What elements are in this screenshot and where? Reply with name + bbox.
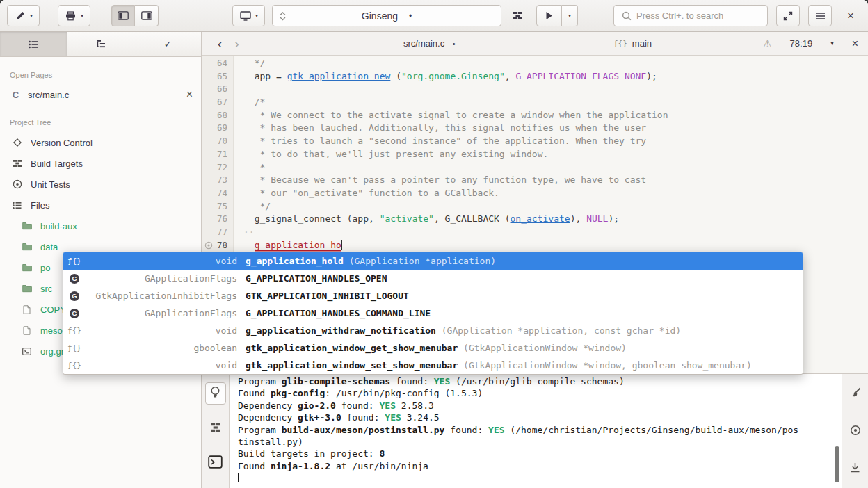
messages-panel-button[interactable] xyxy=(205,382,226,405)
build-output-panel-button[interactable] xyxy=(205,417,226,439)
export-button[interactable]: ▾ xyxy=(58,5,90,26)
chevron-down-icon[interactable]: ▾ xyxy=(830,40,834,47)
line-number[interactable]: 74 xyxy=(202,187,234,200)
line-text: app = gtk_application_new ("org.gnome.Gi… xyxy=(234,70,657,83)
lightbulb-icon xyxy=(210,386,220,401)
pages-list-icon xyxy=(27,40,39,49)
nav-back-button[interactable]: ‹ xyxy=(211,37,228,50)
completion-return-type: void xyxy=(86,360,237,371)
sidebar-item-unit-tests[interactable]: Unit Tests xyxy=(0,174,201,195)
omnibar[interactable]: Ginseng • xyxy=(272,5,501,26)
line-number[interactable]: 78 xyxy=(202,239,234,252)
file-name: src/main.c xyxy=(403,38,444,49)
download-utility-button[interactable] xyxy=(845,457,866,480)
text-cursor xyxy=(341,240,343,250)
line-number[interactable]: 68 xyxy=(202,109,234,122)
sidebar-item-version-control[interactable]: Version Control xyxy=(0,132,201,153)
c-language-icon: C xyxy=(10,90,22,100)
code-line: 74 * our "on_activate" function to a GCa… xyxy=(202,187,868,200)
code-line: 66 xyxy=(202,83,868,96)
line-number[interactable]: 64 xyxy=(202,57,234,70)
tree-item-label: Files xyxy=(31,200,49,211)
window-close-button[interactable]: × xyxy=(840,5,861,26)
editor-perspective-button[interactable]: ▾ xyxy=(7,5,40,26)
tab-project-tree[interactable] xyxy=(67,32,135,56)
folder-icon xyxy=(21,284,33,293)
completion-row[interactable]: GGtkApplicationInhibitFlagsGTK_APPLICATI… xyxy=(63,287,803,304)
toggle-right-panel-button[interactable] xyxy=(135,5,159,26)
device-selector-button[interactable]: ▾ xyxy=(232,5,265,26)
completion-row[interactable]: ƒ{}gbooleangtk_application_window_get_sh… xyxy=(63,339,803,357)
menu-button[interactable] xyxy=(808,5,832,26)
code-line: 70 * tries to launch a "second instance"… xyxy=(202,135,868,148)
code-line: 72 * xyxy=(202,161,868,174)
code-line: 76 g_signal_connect (app, "activate", G_… xyxy=(202,213,868,226)
code-line: 73 * Because we can't pass a pointer to … xyxy=(202,174,868,187)
bricks-icon xyxy=(512,11,524,20)
code-lines: 64 */65 app = gtk_application_new ("org.… xyxy=(202,56,868,252)
line-number[interactable]: 67 xyxy=(202,96,234,109)
sidebar-item-files[interactable]: Files xyxy=(0,195,201,215)
open-pages-label: Open Pages xyxy=(0,57,201,85)
build-icon xyxy=(11,159,23,168)
line-number[interactable]: 65 xyxy=(202,70,234,83)
download-icon xyxy=(850,462,860,475)
open-page-row[interactable]: Csrc/main.c× xyxy=(0,85,201,104)
build-project-button[interactable] xyxy=(507,5,528,26)
function-icon: ƒ{} xyxy=(67,257,81,266)
terminal-icon xyxy=(21,348,33,355)
line-number[interactable]: 75 xyxy=(202,200,234,213)
style-utility-button[interactable] xyxy=(845,382,866,405)
line-number[interactable]: 69 xyxy=(202,122,234,135)
line-text: g_application_ho xyxy=(234,239,342,252)
completion-row[interactable]: ƒ{}voidgtk_application_window_set_show_m… xyxy=(63,357,803,374)
line-number[interactable]: 77 xyxy=(202,226,234,239)
file-modified-dot: • xyxy=(453,40,456,48)
line-number[interactable]: 72 xyxy=(202,161,234,174)
current-symbol: main xyxy=(632,38,652,49)
close-page-icon[interactable]: × xyxy=(186,88,193,101)
code-line: 71 * to do that, we'll just present any … xyxy=(202,148,868,161)
output-scrollbar-thumb[interactable] xyxy=(835,446,839,482)
display-icon xyxy=(239,11,251,21)
line-number[interactable]: 73 xyxy=(202,174,234,187)
warning-icon[interactable]: ⚠ xyxy=(763,38,772,49)
open-pages-list: Csrc/main.c× xyxy=(0,85,201,104)
output-line: Dependency gtk+-3.0 found: YES 3.24.5 xyxy=(238,412,842,423)
completion-row[interactable]: ƒ{}voidg_application_hold (GApplication … xyxy=(63,252,803,270)
search-input[interactable] xyxy=(636,10,761,21)
vcs-icon xyxy=(11,138,23,147)
nav-forward-button[interactable]: › xyxy=(228,37,245,50)
line-number[interactable]: 66 xyxy=(202,83,234,96)
line-text: * Because we can't pass a pointer to any… xyxy=(234,174,646,187)
completion-row[interactable]: ƒ{}voidg_application_withdraw_notificati… xyxy=(63,322,803,339)
file-row[interactable]: build-aux xyxy=(0,215,201,236)
line-number[interactable]: 70 xyxy=(202,135,234,148)
headerbar: ▾ ▾ ▾ Ginseng • xyxy=(0,0,868,32)
tree-icon xyxy=(95,40,106,49)
completion-row[interactable]: GGApplicationFlagsG_APPLICATION_HANDLES_… xyxy=(63,304,803,322)
enum-icon: G xyxy=(70,309,79,318)
project-title: Ginseng xyxy=(362,10,398,22)
sidebar-item-build-targets[interactable]: Build Targets xyxy=(0,153,201,174)
run-options-button[interactable]: ▾ xyxy=(562,5,578,26)
completion-row[interactable]: GGApplicationFlagsG_APPLICATION_HANDLES_… xyxy=(63,270,803,287)
printer-icon xyxy=(65,11,77,21)
file-label: po xyxy=(40,263,50,273)
line-number[interactable]: 76 xyxy=(202,213,234,226)
close-editor-icon[interactable]: × xyxy=(852,38,858,49)
build-output[interactable]: Program glib-compile-schemas found: YES … xyxy=(230,374,842,488)
symbol-selector[interactable]: ƒ{} main xyxy=(613,38,652,49)
tree-item-label: Build Targets xyxy=(31,158,83,169)
run-button[interactable] xyxy=(536,5,562,26)
line-number[interactable]: 71 xyxy=(202,148,234,161)
output-line: Found ninja-1.8.2 at /usr/bin/ninja xyxy=(238,460,842,472)
fullscreen-button[interactable] xyxy=(776,5,800,26)
toggle-left-panel-button[interactable] xyxy=(111,5,135,26)
terminal-panel-button[interactable] xyxy=(205,452,226,474)
symbols-utility-button[interactable] xyxy=(845,420,866,442)
folder-icon xyxy=(21,222,33,230)
tab-todo[interactable]: ✓ xyxy=(134,32,201,56)
tab-pages[interactable] xyxy=(0,32,67,56)
code-line: 67 /* xyxy=(202,96,868,109)
